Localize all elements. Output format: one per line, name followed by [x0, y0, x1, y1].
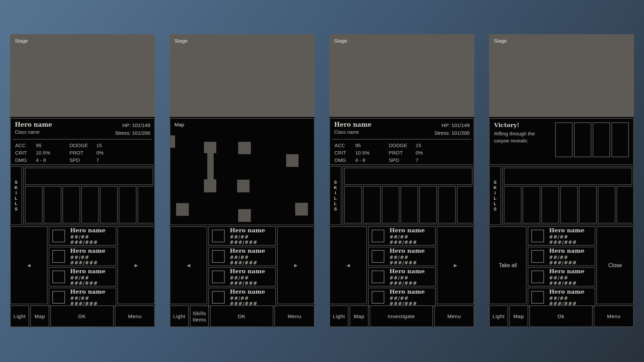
skill-slot[interactable]: [100, 186, 118, 224]
skill-slot-row: [344, 186, 473, 224]
party-hero-row[interactable]: Hero name##/## ###/###: [208, 226, 276, 246]
skill-slot[interactable]: [560, 186, 578, 224]
party-hero-row[interactable]: Hero name##/## ###/###: [49, 247, 116, 266]
party-hero-row[interactable]: Hero name##/## ###/###: [528, 288, 595, 307]
skill-slot[interactable]: [438, 186, 456, 224]
party-next-button[interactable]: ▶: [277, 226, 315, 304]
skills-detail-box: [23, 166, 155, 225]
map-button[interactable]: Map: [30, 305, 49, 327]
hero-portrait: [372, 291, 384, 304]
party-hero-row[interactable]: Hero name##/## ###/###: [49, 226, 116, 246]
party-section: ◀ Hero name##/## ###/###Hero name##/## #…: [170, 226, 315, 304]
party-hero-row[interactable]: Hero name##/## ###/###: [368, 267, 436, 287]
map-button[interactable]: Map: [350, 305, 369, 327]
skill-slot[interactable]: [598, 186, 615, 224]
stat-prot-value: 0%: [96, 150, 154, 156]
skill-description-box: [504, 168, 632, 185]
skill-slot[interactable]: [523, 186, 540, 224]
map-button[interactable]: Map: [509, 305, 528, 327]
skill-slot[interactable]: [119, 186, 137, 224]
hero-row-text: Hero name##/## ###/###: [389, 288, 435, 306]
ok-button[interactable]: OK: [50, 305, 114, 327]
take-all-button[interactable]: Take all: [489, 226, 527, 304]
party-hero-row[interactable]: Hero name##/## ###/###: [49, 288, 116, 307]
skill-slot[interactable]: [44, 186, 61, 224]
party-prev-button[interactable]: ◀: [329, 226, 367, 304]
light-button[interactable]: Light: [170, 305, 189, 327]
menu-button[interactable]: Menu: [274, 305, 315, 327]
skill-slot[interactable]: [579, 186, 597, 224]
ok-button[interactable]: OK: [210, 305, 273, 327]
hero-stat-grid: ACC 95 DODGE 15 CRIT 10.5% PROT 0% DMG 4…: [15, 142, 154, 163]
party-hero-row[interactable]: Hero name##/## ###/###: [49, 267, 116, 287]
skill-slot[interactable]: [344, 186, 362, 224]
party-next-button[interactable]: ▶: [117, 226, 155, 304]
hero-row-stats: ##/## ###/###: [389, 275, 435, 286]
hero-row-text: Hero name##/## ###/###: [230, 288, 275, 306]
light-button[interactable]: Light: [329, 305, 348, 327]
party-hero-row[interactable]: Hero name##/## ###/###: [368, 288, 436, 307]
menu-button[interactable]: Menu: [115, 305, 155, 327]
party-hero-row[interactable]: Hero name##/## ###/###: [528, 226, 595, 246]
skill-slot[interactable]: [81, 186, 99, 224]
skills-letter: I: [494, 190, 496, 195]
skills-letter: S: [494, 206, 497, 212]
loot-slot[interactable]: [574, 122, 591, 157]
loot-slot[interactable]: [611, 122, 629, 157]
party-hero-row[interactable]: Hero name##/## ###/###: [368, 247, 436, 266]
hero-row-text: Hero name##/## ###/###: [549, 247, 595, 265]
investigate-button[interactable]: Investigate: [370, 305, 433, 327]
hero-row-text: Hero name##/## ###/###: [389, 227, 435, 245]
skill-slot[interactable]: [400, 186, 418, 224]
stage-label: Stage: [174, 38, 187, 44]
loot-slot[interactable]: [555, 122, 573, 157]
skills-letter: I: [335, 190, 336, 195]
stat-dodge-label: DODGE: [69, 142, 96, 148]
skill-slot[interactable]: [382, 186, 399, 224]
loot-slot[interactable]: [593, 122, 610, 157]
skills-label: SKILLS: [489, 166, 501, 225]
hero-portrait: [52, 250, 65, 263]
party-hero-row[interactable]: Hero name##/## ###/###: [368, 226, 436, 246]
skill-slot[interactable]: [504, 186, 522, 224]
menu-button[interactable]: Menu: [434, 305, 474, 327]
map-room: [238, 142, 251, 154]
skill-slot[interactable]: [541, 186, 559, 224]
skill-slot[interactable]: [616, 186, 632, 224]
hero-row-name: Hero name: [549, 227, 595, 234]
party-list: Hero name##/## ###/###Hero name##/## ###…: [49, 226, 116, 304]
party-list: Hero name##/## ###/###Hero name##/## ###…: [528, 226, 595, 304]
skills-letter: L: [334, 201, 337, 206]
skill-slot[interactable]: [419, 186, 437, 224]
light-button[interactable]: Light: [10, 305, 29, 327]
skill-slot[interactable]: [363, 186, 381, 224]
light-button[interactable]: Light: [489, 305, 508, 327]
skill-slot[interactable]: [138, 186, 153, 224]
hero-row-text: Hero name##/## ###/###: [70, 288, 116, 306]
stage-label: Stage: [15, 38, 28, 44]
party-hero-row[interactable]: Hero name##/## ###/###: [208, 247, 276, 266]
party-hero-row[interactable]: Hero name##/## ###/###: [208, 267, 276, 287]
map-room: [170, 135, 175, 148]
hero-stat-grid: ACC 95 DODGE 15 CRIT 10.5% PROT 0% DMG 4…: [334, 142, 474, 163]
skill-slot[interactable]: [457, 186, 473, 224]
chevron-left-icon: ◀: [27, 263, 31, 268]
skill-slot[interactable]: [62, 186, 80, 224]
stage-area: Stage: [489, 34, 634, 117]
party-prev-button[interactable]: ◀: [170, 226, 207, 304]
party-hero-row[interactable]: Hero name##/## ###/###: [528, 247, 595, 266]
close-button[interactable]: Close: [596, 226, 634, 304]
hero-row-text: Hero name##/## ###/###: [549, 268, 595, 286]
hero-name: Hero name: [334, 121, 371, 128]
party-next-button[interactable]: ▶: [437, 226, 474, 304]
skills-items-button[interactable]: Skills Items: [190, 305, 209, 327]
party-hero-row[interactable]: Hero name##/## ###/###: [208, 288, 276, 307]
ok-button[interactable]: Ok: [529, 305, 593, 327]
skill-slot[interactable]: [25, 186, 43, 224]
menu-button[interactable]: Menu: [594, 305, 634, 327]
skills-label: SKILLS: [10, 166, 22, 225]
party-prev-button[interactable]: ◀: [10, 226, 48, 304]
party-hero-row[interactable]: Hero name##/## ###/###: [528, 267, 595, 287]
skills-letter: L: [15, 201, 17, 206]
hero-row-stats: ##/## ###/###: [230, 255, 275, 265]
